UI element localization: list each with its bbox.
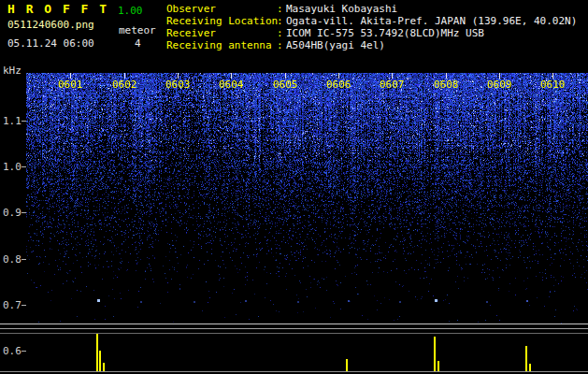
meteor-echo-dot bbox=[435, 299, 437, 302]
info-label: Receiving antenna bbox=[166, 39, 272, 51]
meteor-level-spike bbox=[437, 361, 439, 371]
meteor-echo-dot bbox=[486, 301, 488, 303]
minute-tick-label: 0604 bbox=[219, 79, 244, 91]
meteor-echo-dot bbox=[399, 301, 401, 303]
meteor-echo-dot bbox=[245, 300, 247, 302]
hrofft-window: H R O F F T 1.00 0511240600.png meteor 4… bbox=[0, 0, 588, 374]
freq-tick-label: 0.8 bbox=[3, 253, 22, 266]
meteor-echo-dot bbox=[194, 301, 195, 303]
level-gridline bbox=[0, 324, 588, 324]
freq-unit-label: kHz bbox=[3, 65, 22, 77]
freq-tick-mark bbox=[22, 351, 26, 352]
freq-tick-mark bbox=[22, 212, 26, 213]
level-gridline bbox=[0, 333, 588, 334]
meteor-echo-dot bbox=[97, 299, 100, 302]
level-gridline bbox=[0, 328, 588, 329]
freq-tick-label: 0.7 bbox=[3, 299, 22, 311]
info-label: Receiving Location bbox=[166, 15, 278, 27]
meteor-echo-dot bbox=[526, 300, 528, 302]
meteor-echo-dot bbox=[348, 300, 350, 302]
meteor-level-spike bbox=[529, 364, 531, 371]
freq-tick-mark bbox=[22, 121, 26, 122]
minute-tick-label: 0601 bbox=[58, 79, 83, 91]
meteor-level-spike bbox=[434, 337, 436, 371]
info-value: Masayuki Kobayashi bbox=[286, 3, 397, 15]
app-version: 1.00 bbox=[118, 5, 143, 17]
freq-tick-label: 1.1 bbox=[3, 115, 22, 127]
info-colon: : bbox=[277, 15, 283, 27]
meteor-count: 4 bbox=[135, 37, 141, 50]
meteor-level-spike bbox=[99, 351, 101, 371]
minute-tick-label: 0602 bbox=[112, 79, 137, 91]
meteor-echo-dot bbox=[297, 301, 299, 303]
level-gridline bbox=[0, 371, 588, 372]
minute-tick-label: 0610 bbox=[540, 79, 566, 91]
meteor-level-spike bbox=[346, 359, 348, 371]
info-value: A504HB(yagi 4el) bbox=[286, 39, 385, 51]
datetime-label: 05.11.24 06:00 bbox=[7, 37, 94, 50]
minute-tick-label: 0605 bbox=[273, 79, 298, 91]
info-label: Receiver bbox=[166, 27, 216, 39]
minute-tick-label: 0608 bbox=[434, 79, 459, 91]
info-value: ICOM IC-575 53.7492(8LCD)MHz USB bbox=[286, 27, 484, 39]
minute-tick-label: 0607 bbox=[380, 79, 405, 91]
mode-label: meteor bbox=[119, 24, 156, 36]
info-colon: : bbox=[277, 3, 283, 15]
info-label: Observer bbox=[166, 3, 216, 15]
info-colon: : bbox=[277, 27, 283, 39]
minute-tick-label: 0603 bbox=[165, 79, 191, 91]
info-colon: : bbox=[277, 39, 283, 51]
minute-tick-label: 0609 bbox=[487, 79, 512, 91]
info-value: Ogata-vill. Akita-Pref. JAPAN (139.96E, … bbox=[286, 15, 577, 27]
freq-tick-mark bbox=[22, 259, 26, 260]
meteor-level-spike bbox=[96, 334, 98, 371]
freq-tick-label: 1.0 bbox=[3, 161, 22, 173]
spectrogram-canvas bbox=[26, 73, 588, 324]
freq-tick-mark bbox=[22, 305, 26, 306]
meteor-echo-dot bbox=[140, 301, 142, 303]
output-filename: 0511240600.png bbox=[7, 19, 94, 31]
freq-tick-label: 0.6 bbox=[3, 345, 22, 357]
meteor-level-spike bbox=[103, 363, 105, 371]
minute-tick-label: 0606 bbox=[326, 79, 351, 91]
meteor-level-spike bbox=[525, 346, 527, 371]
app-title: H R O F F T bbox=[7, 3, 108, 15]
freq-tick-label: 0.9 bbox=[3, 207, 22, 219]
freq-tick-mark bbox=[22, 166, 26, 167]
